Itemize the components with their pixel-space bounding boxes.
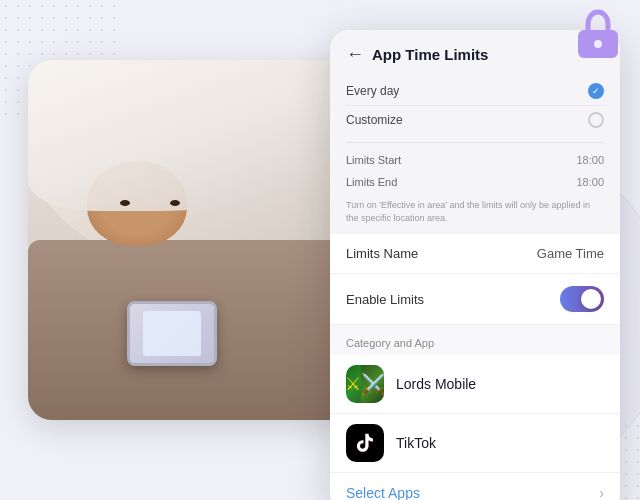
limits-end-label: Limits End: [346, 176, 397, 188]
lords-mobile-icon: ⚔️: [346, 365, 384, 403]
page-title: App Time Limits: [372, 46, 604, 63]
limits-start-value: 18:00: [576, 154, 604, 166]
limits-start-row: Limits Start 18:00: [346, 149, 604, 171]
svg-point-1: [594, 40, 602, 48]
limits-name-value: Game Time: [537, 246, 604, 261]
phone-bottom-section: Limits Name Game Time Enable Limits Cate…: [330, 234, 620, 500]
photo-card: [28, 60, 358, 420]
customize-label: Customize: [346, 113, 403, 127]
lock-icon: [574, 8, 622, 60]
phone-top-section: ← App Time Limits Every day Customize Li…: [330, 30, 620, 234]
category-label: Category and App: [346, 337, 434, 349]
phone-card: ← App Time Limits Every day Customize Li…: [330, 30, 620, 500]
customize-row[interactable]: Customize: [346, 106, 604, 134]
enable-limits-label: Enable Limits: [346, 292, 424, 307]
lords-mobile-label: Lords Mobile: [396, 376, 476, 392]
select-apps-label: Select Apps: [346, 485, 420, 500]
limits-name-row: Limits Name Game Time: [330, 234, 620, 274]
enable-limits-row[interactable]: Enable Limits: [330, 274, 620, 325]
every-day-check: [588, 83, 604, 99]
list-item[interactable]: TikTok: [330, 414, 620, 473]
tiktok-icon: [346, 424, 384, 462]
every-day-row[interactable]: Every day: [346, 77, 604, 106]
tiktok-label: TikTok: [396, 435, 436, 451]
enable-limits-toggle[interactable]: [560, 286, 604, 312]
notice-text: Turn on 'Effective in area' and the limi…: [346, 199, 604, 224]
list-item[interactable]: ⚔️ Lords Mobile: [330, 355, 620, 414]
every-day-label: Every day: [346, 84, 399, 98]
limits-start-label: Limits Start: [346, 154, 401, 166]
limits-end-row: Limits End 18:00: [346, 171, 604, 193]
toggle-knob: [581, 289, 601, 309]
limits-end-value: 18:00: [576, 176, 604, 188]
customize-radio: [588, 112, 604, 128]
limits-name-label: Limits Name: [346, 246, 418, 261]
category-header: Category and App: [330, 325, 620, 355]
phone-header: ← App Time Limits: [346, 44, 604, 65]
select-apps-row[interactable]: Select Apps ›: [330, 473, 620, 500]
back-button[interactable]: ←: [346, 44, 364, 65]
chevron-right-icon: ›: [599, 485, 604, 500]
